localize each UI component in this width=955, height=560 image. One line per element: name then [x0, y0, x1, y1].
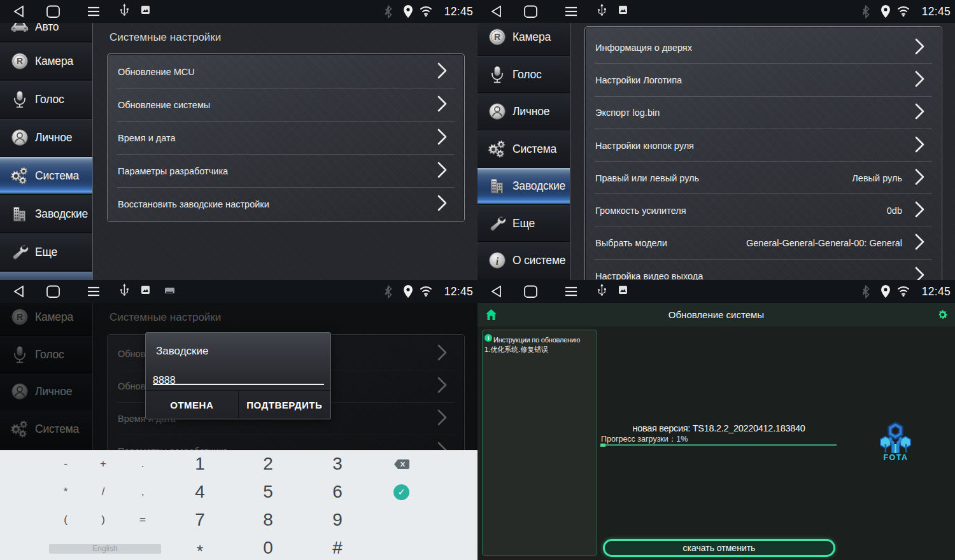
svg-text:FOTA: FOTA — [883, 453, 908, 462]
svg-text:i: i — [496, 256, 499, 267]
svg-text:R: R — [494, 32, 500, 42]
svg-text:i: i — [488, 335, 490, 341]
svg-text:R: R — [17, 56, 23, 66]
